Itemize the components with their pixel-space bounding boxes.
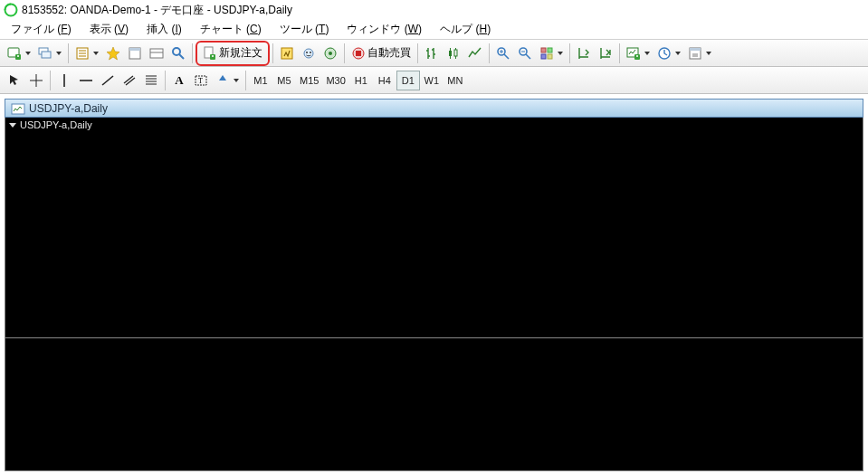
equidistant-channel-button[interactable] (119, 70, 140, 91)
toolbar-separator (68, 43, 69, 63)
toolbar-separator (50, 71, 51, 90)
svg-rect-19 (356, 51, 361, 56)
menu-file[interactable]: ファイル (F) (2, 19, 81, 40)
svg-rect-21 (454, 50, 457, 56)
svg-point-13 (304, 49, 313, 58)
text-button[interactable]: A (168, 70, 190, 91)
svg-rect-8 (150, 49, 163, 58)
chart-window-titlebar[interactable]: USDJPY-a,Daily (5, 99, 863, 118)
new-order-button[interactable]: 新規注文 (199, 43, 266, 64)
fibonacci-button[interactable] (140, 70, 162, 91)
chart-gridline (5, 337, 863, 338)
auto-scroll-button[interactable] (536, 43, 567, 64)
toolbar-separator (272, 43, 273, 63)
svg-point-15 (310, 52, 311, 53)
app-logo-icon (4, 3, 18, 17)
chart-shift-end-button[interactable] (595, 43, 616, 64)
chart-area[interactable]: USDJPY-a,Daily (5, 118, 863, 471)
periodicity-button[interactable] (653, 43, 684, 64)
menu-chart[interactable]: チャート (C) (191, 19, 271, 40)
svg-point-17 (329, 52, 332, 55)
menubar: ファイル (F) 表示 (V) 挿入 (I) チャート (C) ツール (T) … (0, 20, 868, 40)
market-watch-button[interactable] (72, 43, 102, 64)
toolbar-drawing: A T M1 M5 M15 M30 H1 H4 D1 W1 MN (0, 67, 868, 94)
profiles-button[interactable] (34, 43, 65, 64)
toolbar-separator (245, 71, 246, 90)
timeframe-m5[interactable]: M5 (272, 71, 296, 90)
svg-text:T: T (198, 77, 203, 85)
options-button[interactable] (320, 43, 341, 64)
autotrading-label: 自動売買 (367, 45, 411, 61)
zoom-out-button[interactable] (514, 43, 536, 64)
timeframe-w1[interactable]: W1 (420, 71, 444, 90)
timeframe-h4[interactable]: H4 (373, 71, 396, 90)
toolbar-separator (619, 43, 620, 63)
svg-rect-25 (548, 48, 552, 52)
titlebar: 8153552: OANDA-Demo-1 - デモ口座 - USDJPY-a,… (0, 0, 868, 20)
bar-chart-button[interactable] (421, 43, 443, 64)
line-chart-button[interactable] (464, 43, 486, 64)
chart-shift-button[interactable] (573, 43, 595, 64)
menu-view[interactable]: 表示 (V) (81, 19, 138, 40)
toolbar-separator (192, 43, 193, 63)
menu-help[interactable]: ヘルプ (H) (431, 19, 500, 40)
candlestick-button[interactable] (443, 43, 464, 64)
toolbar-separator (165, 71, 166, 90)
timeframe-h1[interactable]: H1 (349, 71, 373, 90)
templates-button[interactable] (684, 43, 715, 64)
svg-rect-4 (42, 52, 51, 58)
horizontal-line-button[interactable] (75, 70, 97, 91)
svg-rect-26 (541, 54, 546, 59)
new-chart-button[interactable] (4, 43, 34, 64)
crosshair-button[interactable] (25, 70, 47, 91)
svg-point-9 (173, 48, 180, 55)
metaquotes-button[interactable] (276, 43, 298, 64)
new-order-label: 新規注文 (219, 45, 262, 61)
expert-advisors-button[interactable] (298, 43, 320, 64)
chevron-down-icon (9, 123, 16, 128)
timeframe-mn[interactable]: MN (444, 71, 467, 90)
terminal-button[interactable] (146, 43, 167, 64)
svg-rect-32 (690, 48, 701, 51)
navigator-button[interactable] (102, 43, 124, 64)
svg-point-14 (306, 52, 308, 53)
svg-rect-20 (449, 51, 452, 56)
autotrading-button[interactable]: 自動売買 (348, 43, 415, 64)
toolbar-separator (417, 43, 418, 63)
menu-tools[interactable]: ツール (T) (271, 19, 339, 40)
vertical-line-button[interactable] (53, 70, 75, 91)
svg-rect-7 (129, 48, 140, 51)
menu-window[interactable]: ウィンドウ (W) (338, 19, 431, 40)
timeframe-d1[interactable]: D1 (396, 71, 420, 90)
new-order-highlight: 新規注文 (196, 41, 270, 66)
toolbar-separator (489, 43, 490, 63)
toolbar-main: 新規注文 自動売買 (0, 40, 868, 67)
text-label-button[interactable]: T (190, 70, 212, 91)
strategy-tester-button[interactable] (167, 43, 189, 64)
toolbar-separator (344, 43, 345, 63)
window-title: 8153552: OANDA-Demo-1 - デモ口座 - USDJPY-a,… (22, 3, 292, 18)
data-window-button[interactable] (124, 43, 146, 64)
zoom-in-button[interactable] (492, 43, 514, 64)
timeframe-m30[interactable]: M30 (322, 71, 348, 90)
trendline-button[interactable] (97, 70, 119, 91)
indicators-button[interactable] (623, 43, 653, 64)
chart-tab-title: USDJPY-a,Daily (29, 102, 108, 115)
menu-insert[interactable]: 挿入 (I) (138, 19, 191, 40)
svg-rect-24 (541, 48, 546, 52)
toolbar-separator (569, 43, 570, 63)
chart-icon (11, 102, 24, 115)
cursor-button[interactable] (4, 70, 25, 91)
svg-rect-27 (548, 54, 552, 59)
timeframe-m1[interactable]: M1 (249, 71, 272, 90)
timeframe-m15[interactable]: M15 (296, 71, 322, 90)
arrows-button[interactable] (212, 70, 243, 91)
chart-inner-title: USDJPY-a,Daily (9, 119, 92, 130)
